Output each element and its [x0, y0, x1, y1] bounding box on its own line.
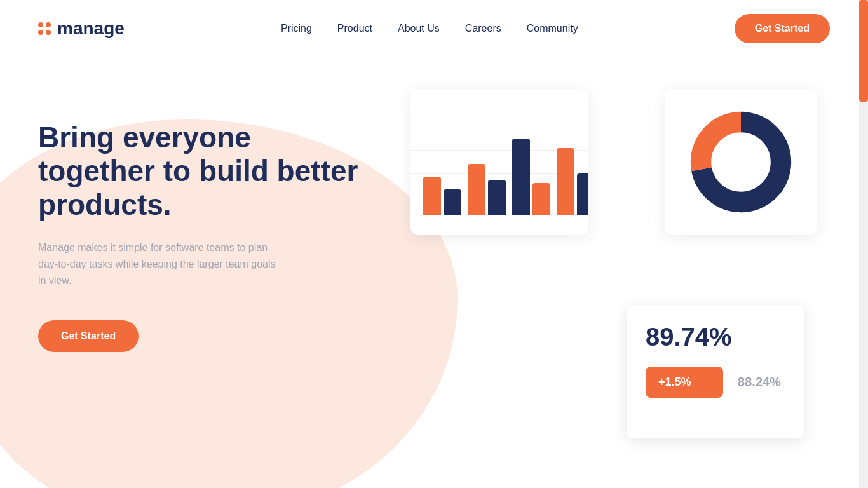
nav-product[interactable]: Product [337, 23, 372, 34]
bar-orange-3 [532, 183, 550, 215]
stat-badge: +1.5% [646, 367, 723, 398]
stats-card: 89.74% +1.5% 88.24% [627, 305, 804, 438]
nav-get-started-button[interactable]: Get Started [735, 14, 830, 43]
bar-chart [423, 100, 576, 215]
stat-main-value: 89.74% [646, 323, 785, 351]
hero-left: Bring everyone together to build better … [38, 83, 369, 352]
stat-row: +1.5% 88.24% [646, 367, 785, 398]
hero-subtitle: Manage makes it simple for software team… [38, 240, 280, 290]
logo-dot-2 [46, 22, 51, 27]
logo-dot-3 [38, 30, 43, 35]
logo-text: manage [57, 18, 125, 39]
navbar: manage Pricing Product About Us Careers … [0, 0, 868, 57]
nav-about-us[interactable]: About Us [398, 23, 440, 34]
bar-navy-2 [488, 180, 506, 215]
bar-orange-1 [423, 177, 441, 215]
donut-chart-card [665, 89, 817, 235]
nav-pricing[interactable]: Pricing [281, 23, 312, 34]
scrollbar[interactable] [859, 0, 868, 488]
hero-section: Bring everyone together to build better … [0, 57, 868, 488]
logo-dot-4 [46, 30, 51, 35]
nav-community[interactable]: Community [527, 23, 578, 34]
nav-careers[interactable]: Careers [465, 23, 501, 34]
bar-navy-1 [444, 189, 461, 215]
bar-chart-card [410, 89, 588, 235]
bar-group-3 [512, 139, 550, 215]
bar-group-1 [423, 177, 461, 215]
hero-get-started-button[interactable]: Get Started [38, 320, 139, 352]
logo-dot-1 [38, 22, 43, 27]
bar-navy-4 [577, 173, 588, 215]
donut-center [715, 137, 766, 187]
hero-title: Bring everyone together to build better … [38, 121, 369, 222]
logo: manage [38, 18, 125, 39]
bar-orange-4 [557, 148, 574, 215]
nav-links: Pricing Product About Us Careers Communi… [281, 23, 578, 34]
bar-navy-3 [512, 139, 530, 215]
scrollbar-thumb[interactable] [859, 0, 868, 102]
stat-secondary-value: 88.24% [733, 375, 785, 390]
bar-group-4 [557, 148, 588, 215]
bar-orange-2 [468, 164, 485, 215]
logo-dots [38, 22, 51, 35]
hero-right: 89.74% +1.5% 88.24% [410, 70, 817, 477]
donut-svg [684, 105, 798, 219]
bar-group-2 [468, 164, 506, 215]
